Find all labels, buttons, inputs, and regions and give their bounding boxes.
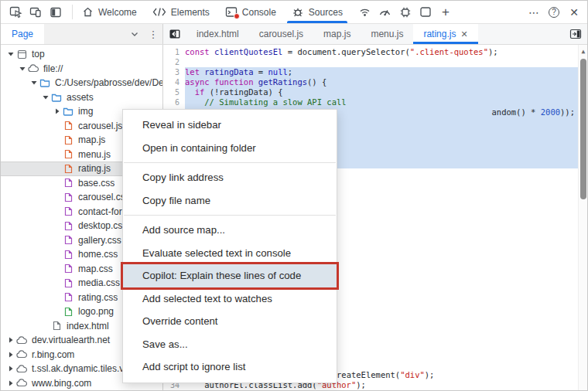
line-number[interactable]: 2 xyxy=(163,57,185,67)
close-devtools-icon[interactable]: ✕ xyxy=(564,2,584,22)
collapse-arrow-icon[interactable] xyxy=(52,108,62,114)
file-css-icon xyxy=(62,291,74,304)
main-area: topfile://C:/Users/pabrosse/dev/Demoasse… xyxy=(1,45,587,391)
more-options-icon[interactable]: ⋯ xyxy=(524,2,544,22)
code-line-4: 4async function getRatings() { xyxy=(163,77,578,87)
context-menu-item-add-script-to-ignore-list[interactable]: Add script to ignore list xyxy=(123,355,337,379)
line-number[interactable]: 4 xyxy=(163,77,185,87)
file-css-icon xyxy=(62,191,74,203)
code-token: getRatings xyxy=(258,77,307,87)
code-token: ; xyxy=(288,67,292,76)
application-icon[interactable] xyxy=(415,2,436,22)
collapse-arrow-icon[interactable] xyxy=(5,380,15,386)
tree-item-label: desktop.css xyxy=(78,220,127,231)
editor-tab-menu.js[interactable]: menu.js xyxy=(361,24,413,44)
tree-item-c-users-pabrosse-dev-demo[interactable]: C:/Users/pabrosse/dev/Demo xyxy=(1,76,162,90)
context-menu-item-reveal-in-sidebar[interactable]: Reveal in sidebar xyxy=(123,114,337,137)
line-number[interactable]: 1 xyxy=(163,47,185,57)
collapse-arrow-icon[interactable] xyxy=(5,337,15,343)
context-menu: Reveal in sidebarOpen in containing fold… xyxy=(122,109,337,383)
collapse-arrow-icon[interactable] xyxy=(5,366,15,372)
context-menu-item-copy-file-name[interactable]: Copy file name xyxy=(123,189,337,212)
editor-tab-carousel.js[interactable]: carousel.js xyxy=(249,24,313,44)
scroll-up-arrow-icon[interactable]: ▲ xyxy=(579,48,587,55)
device-emulation-icon[interactable] xyxy=(26,2,46,22)
editor-tab-rating.js[interactable]: rating.js✕ xyxy=(413,24,477,44)
editor-vertical-scrollbar[interactable]: ▲ xyxy=(578,45,587,391)
editor-tab-index.html[interactable]: index.html xyxy=(186,24,249,44)
code-line-text xyxy=(185,57,578,67)
navigator-header: Page ⋮ xyxy=(1,24,163,44)
expand-arrow-icon[interactable] xyxy=(29,80,39,86)
code-line-3: 3let ratingData = null; xyxy=(163,67,578,77)
chevron-down-icon[interactable] xyxy=(125,24,144,44)
editor-tab-label: rating.js xyxy=(423,29,456,39)
code-token: let xyxy=(185,67,204,76)
file-css-icon xyxy=(62,234,74,246)
collapse-arrow-icon[interactable] xyxy=(5,352,15,358)
code-line-text: if (!ratingData) { xyxy=(185,87,578,97)
expand-arrow-icon[interactable] xyxy=(17,66,27,72)
editor-tab-map.js[interactable]: map.js xyxy=(313,24,361,44)
cloud-icon xyxy=(27,63,39,75)
hide-navigator-icon[interactable] xyxy=(163,24,186,44)
context-menu-item-add-source-map-[interactable]: Add source map... xyxy=(123,219,337,242)
code-token: clientQuotesEl xyxy=(214,47,283,56)
context-menu-item-evaluate-selected-text-in-console[interactable]: Evaluate selected text in console xyxy=(123,242,337,265)
memory-icon[interactable] xyxy=(395,2,415,22)
editor-tab-label: carousel.js xyxy=(259,29,303,39)
expand-arrow-icon[interactable] xyxy=(5,51,15,57)
context-menu-item-save-as-[interactable]: Save as... xyxy=(123,333,337,356)
context-menu-item-copilot-explain-these-lines-of-code[interactable]: Copilot: Explain these lines of code xyxy=(123,264,337,287)
file-js-icon xyxy=(62,134,74,146)
line-number[interactable]: 5 xyxy=(163,87,185,97)
spacer xyxy=(44,24,125,44)
code-token: ".client-quotes" xyxy=(410,47,488,56)
file-css-icon xyxy=(62,177,74,189)
context-menu-item-copy-link-address[interactable]: Copy link address xyxy=(123,166,337,189)
code-brackets-icon xyxy=(152,7,166,17)
bug-icon xyxy=(292,6,304,18)
file-js-icon xyxy=(62,120,74,132)
context-menu-item-open-in-containing-folder[interactable]: Open in containing folder xyxy=(123,137,337,160)
tree-item-label: www.bing.com xyxy=(32,378,91,389)
code-line-5: 5 if (!ratingData) { xyxy=(163,87,578,97)
tree-item-file-[interactable]: file:// xyxy=(1,62,162,76)
code-line-text: let ratingData = null; xyxy=(185,67,578,77)
help-icon[interactable]: ? xyxy=(544,2,564,22)
file-css-icon xyxy=(62,206,74,218)
inspect-element-icon[interactable] xyxy=(5,2,26,22)
spacer xyxy=(478,24,564,44)
panel-tab-label: Sources xyxy=(309,7,343,18)
more-tools-plus-icon[interactable]: + xyxy=(436,2,456,22)
line-number[interactable]: 3 xyxy=(163,67,185,77)
code-token: ratingData xyxy=(204,67,253,76)
tree-item-assets[interactable]: assets xyxy=(1,90,162,105)
toggle-debugger-sidebar-icon[interactable] xyxy=(564,24,587,44)
tree-item-label: media.css xyxy=(78,277,120,288)
panel-tab-console[interactable]: Console xyxy=(217,1,284,23)
performance-icon[interactable] xyxy=(375,2,395,22)
dock-side-icon[interactable] xyxy=(46,2,66,22)
tree-item-label: top xyxy=(32,49,45,60)
expand-arrow-icon[interactable] xyxy=(40,94,50,100)
context-menu-item-override-content[interactable]: Override content xyxy=(123,310,337,333)
cloud-icon xyxy=(15,348,28,361)
panel-tab-welcome[interactable]: Welcome xyxy=(74,1,145,23)
scrollbar-thumb[interactable] xyxy=(580,59,586,199)
panel-tab-sources[interactable]: Sources xyxy=(284,1,350,23)
network-icon[interactable] xyxy=(355,2,375,22)
code-token: )); xyxy=(560,107,575,117)
panel-tab-elements[interactable]: Elements xyxy=(145,1,217,23)
line-number[interactable]: 6 xyxy=(163,97,185,107)
file-js-icon xyxy=(62,148,74,161)
home-icon xyxy=(82,6,94,18)
context-menu-item-add-selected-text-to-watches[interactable]: Add selected text to watches xyxy=(123,287,337,311)
code-token: const xyxy=(185,47,214,56)
navigator-tab-page[interactable]: Page xyxy=(1,24,44,44)
code-token: ); xyxy=(488,47,498,56)
tree-item-label: assets xyxy=(67,92,94,103)
kebab-menu-icon[interactable]: ⋮ xyxy=(144,24,162,44)
close-tab-icon[interactable]: ✕ xyxy=(460,29,467,39)
tree-item-top[interactable]: top xyxy=(1,47,162,62)
